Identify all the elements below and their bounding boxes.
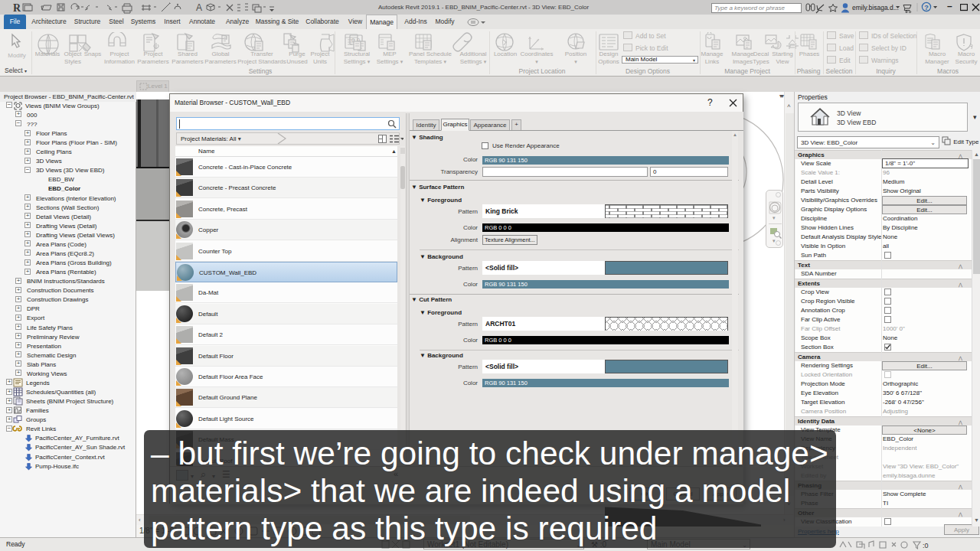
svg-text:R: R [13,2,21,14]
svg-text:emily.bisaga.d...: emily.bisaga.d... [852,4,899,11]
svg-text::0: :0 [923,542,929,549]
svg-text:A: A [196,2,202,13]
svg-text:?: ? [924,4,929,11]
